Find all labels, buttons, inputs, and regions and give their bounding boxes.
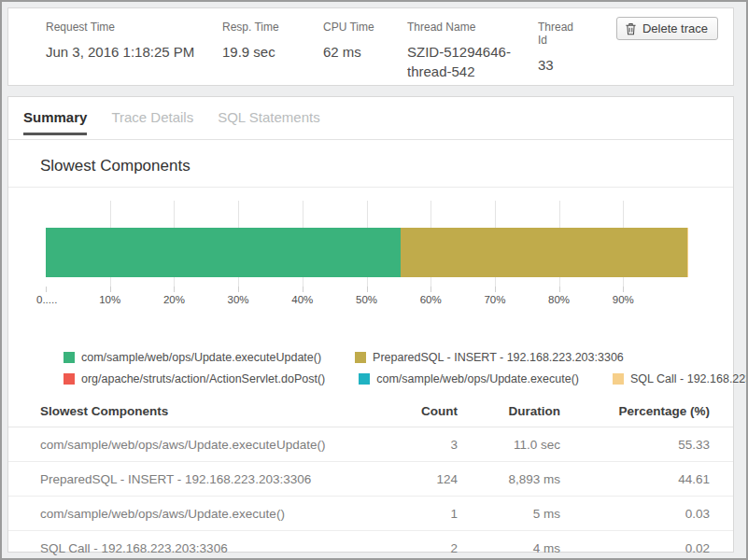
cell-duration: 5 ms [458,507,560,521]
legend-label: com/sample/web/ops/Update.executeUpdate(… [81,351,321,364]
slowest-components-section: Slowest Components 0.....10%20%30%40%50%… [8,139,733,560]
table-row: SQL Call - 192.168.223.203:330624 ms0.02 [8,531,733,560]
tick-label: 90% [613,294,634,305]
legend-item[interactable]: com/sample/web/ops/Update.executeUpdate(… [64,351,321,364]
cell-component: com/sample/web/ops/aws/Update.execute() [40,507,383,521]
tick-mark [430,287,431,292]
cell-component: SQL Call - 192.168.223.203:3306 [40,541,383,555]
chart-legend: com/sample/web/ops/Update.executeUpdate(… [64,346,733,389]
tick-label: 20% [163,294,185,305]
table-header-row: Slowest ComponentsCountDurationPercentag… [8,395,733,427]
cell-duration: 4 ms [458,541,560,555]
cell-percentage: 0.03 [560,507,710,521]
column-header: Duration [458,404,560,418]
stat-field-cpu-time: CPU Time62 ms [323,21,407,85]
slowest-components-chart: 0.....10%20%30%40%50%60%70%80%90% [46,201,687,339]
column-header: Percentage (%) [560,404,710,418]
tick-label: 50% [356,294,377,305]
legend-label: com/sample/web/ops/Update.execute() [376,372,579,385]
tick-mark [367,287,368,292]
stat-label: Thread Id [538,21,585,47]
tab-bar: SummaryTrace DetailsSQL Statements [8,97,733,135]
tick-mark [303,287,303,292]
legend-label: SQL Call - 192.168.223.203:3306 [630,372,748,385]
delete-trace-button[interactable]: Delete trace [616,17,718,40]
tick-label: 10% [99,294,120,305]
tab-trace-details[interactable]: Trace Details [111,109,193,135]
table-row: PreparedSQL - INSERT - 192.168.223.203:3… [8,462,733,497]
tick-label: 30% [228,294,249,305]
table-row: com/sample/web/ops/aws/Update.executeUpd… [8,427,733,462]
stat-value: 33 [538,55,585,75]
legend-row: org/apache/struts/action/ActionServlet.d… [64,368,733,389]
legend-item[interactable]: org/apache/struts/action/ActionServlet.d… [64,372,325,385]
legend-label: org/apache/struts/action/ActionServlet.d… [81,372,325,385]
stat-label: Thread Name [407,21,529,34]
stat-value: 62 ms [323,42,398,62]
column-header: Slowest Components [40,404,383,418]
cell-count: 1 [383,507,458,521]
tick-label: 70% [484,294,505,305]
table-row: com/sample/web/ops/aws/Update.execute()1… [8,497,733,531]
cell-duration: 8,893 ms [458,472,560,486]
trace-viewer-page: Request TimeJun 3, 2016 1:18:25 PMResp. … [0,0,748,560]
legend-label: PreparedSQL - INSERT - 192.168.223.203:3… [373,351,624,364]
stat-value: SZID-51294646-thread-542 [407,42,517,81]
cell-count: 3 [383,438,458,452]
cell-percentage: 55.33 [560,438,710,452]
legend-swatch [64,373,75,385]
tick-label: 80% [548,294,570,305]
column-header: Count [383,404,458,418]
cell-component: com/sample/web/ops/aws/Update.executeUpd… [40,438,383,452]
trace-stats-bar: Request TimeJun 3, 2016 1:18:25 PMResp. … [7,7,734,86]
section-divider [8,187,733,188]
tick-mark [495,287,496,292]
cell-percentage: 0.02 [560,541,710,555]
legend-swatch [613,373,624,385]
stat-field-request-time: Request TimeJun 3, 2016 1:18:25 PM [46,21,222,85]
stat-field-thread-name: Thread NameSZID-51294646-thread-542 [407,21,538,85]
tick-mark [174,287,175,292]
legend-swatch [64,352,75,363]
tick-mark [46,287,47,292]
tick-mark [559,287,560,292]
tick-mark [623,287,624,292]
section-title: Slowest Components [8,140,733,187]
legend-item[interactable]: SQL Call - 192.168.223.203:3306 [613,372,748,385]
cell-duration: 11.0 sec [458,438,560,452]
cell-count: 124 [383,472,458,486]
stat-label: Request Time [46,21,213,34]
cell-component: PreparedSQL - INSERT - 192.168.223.203:3… [40,472,383,486]
delete-trace-label: Delete trace [642,21,708,35]
table-body: com/sample/web/ops/aws/Update.executeUpd… [8,427,733,560]
stacked-bar [46,228,687,277]
cell-count: 2 [383,541,458,555]
legend-item[interactable]: com/sample/web/ops/Update.execute() [359,372,579,385]
bar-segment[interactable] [401,228,686,277]
legend-swatch [355,352,366,363]
tab-sql-statements[interactable]: SQL Statements [218,109,320,135]
tick-mark [110,287,111,292]
tick-label: 60% [420,294,442,305]
trace-detail-card: SummaryTrace DetailsSQL Statements Slowe… [7,96,734,553]
tab-summary[interactable]: Summary [23,109,87,135]
tick-mark [238,287,239,292]
cell-percentage: 44.61 [560,472,710,486]
stat-label: Resp. Time [222,21,314,34]
slowest-components-table: Slowest ComponentsCountDurationPercentag… [8,395,733,560]
stat-value: Jun 3, 2016 1:18:25 PM [46,42,213,62]
legend-row: com/sample/web/ops/Update.executeUpdate(… [64,346,733,368]
tick-label: 40% [291,294,313,305]
chart-x-axis: 0.....10%20%30%40%50%60%70%80%90% [46,287,687,311]
stat-value: 19.9 sec [222,42,314,62]
trash-icon [625,22,637,35]
stat-label: CPU Time [323,21,398,34]
trace-stats-fields: Request TimeJun 3, 2016 1:18:25 PMResp. … [46,21,594,85]
tick-label: 0..... [36,294,57,305]
legend-item[interactable]: PreparedSQL - INSERT - 192.168.223.203:3… [355,351,624,364]
bar-segment[interactable] [46,228,401,277]
stat-field-thread-id: Thread Id33 [538,21,594,85]
legend-swatch [359,373,370,385]
chart-plot-area [46,201,687,287]
stat-field-resp-time: Resp. Time19.9 sec [222,21,323,85]
